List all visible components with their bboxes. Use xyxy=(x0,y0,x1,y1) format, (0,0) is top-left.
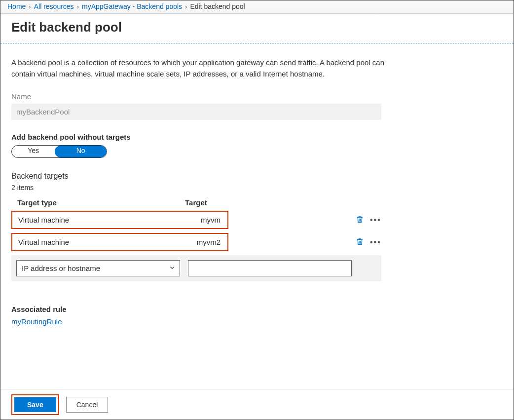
toggle-no[interactable]: No xyxy=(55,146,107,157)
table-row[interactable]: Virtual machine myvm xyxy=(11,211,228,229)
target-type-select[interactable]: IP address or hostname xyxy=(16,260,180,276)
delete-icon[interactable] xyxy=(356,215,364,225)
chevron-right-icon: › xyxy=(185,3,187,10)
breadcrumb-home[interactable]: Home xyxy=(7,2,26,10)
row-type: Virtual machine xyxy=(18,216,176,224)
chevron-right-icon: › xyxy=(77,3,79,10)
table-row[interactable]: Virtual machine myvm2 xyxy=(11,233,228,251)
breadcrumb-app-gateway[interactable]: myAppGateway - Backend pools xyxy=(82,2,182,10)
more-icon[interactable]: ••• xyxy=(370,240,381,245)
page-description: A backend pool is a collection of resour… xyxy=(11,57,386,79)
breadcrumb-all-resources[interactable]: All resources xyxy=(34,2,74,10)
chevron-down-icon xyxy=(169,264,176,272)
associated-rule-link[interactable]: myRoutingRule xyxy=(11,317,62,326)
row-target: myvm2 xyxy=(176,238,221,246)
cancel-button[interactable]: Cancel xyxy=(66,397,109,413)
more-icon[interactable]: ••• xyxy=(370,218,381,223)
backend-targets-heading: Backend targets xyxy=(11,172,503,181)
target-type-select-value: IP address or hostname xyxy=(22,264,100,272)
page-title: Edit backend pool xyxy=(11,20,503,35)
without-targets-label: Add backend pool without targets xyxy=(11,133,503,141)
save-button[interactable]: Save xyxy=(14,397,56,412)
row-target: myvm xyxy=(176,216,221,224)
without-targets-toggle[interactable]: Yes No xyxy=(11,145,107,158)
toggle-yes[interactable]: Yes xyxy=(12,146,55,157)
target-value-input[interactable] xyxy=(188,260,352,276)
breadcrumb: Home › All resources › myAppGateway - Ba… xyxy=(0,0,514,14)
footer-bar: Save Cancel xyxy=(0,389,514,420)
backend-targets-count: 2 items xyxy=(11,184,503,191)
save-highlight: Save xyxy=(11,394,59,415)
breadcrumb-current: Edit backend pool xyxy=(190,2,245,10)
chevron-right-icon: › xyxy=(29,3,31,10)
name-input xyxy=(11,104,381,120)
column-target-type: Target type xyxy=(17,198,185,207)
column-target: Target xyxy=(185,198,375,207)
name-label: Name xyxy=(11,92,503,101)
row-type: Virtual machine xyxy=(18,238,176,246)
new-target-row: IP address or hostname xyxy=(11,255,381,281)
delete-icon[interactable] xyxy=(356,237,364,247)
associated-rule-label: Associated rule xyxy=(11,305,503,313)
